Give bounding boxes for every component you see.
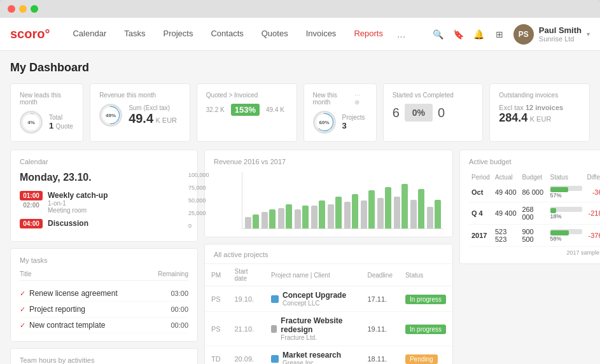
stat-outstanding-label: Outstanding invoices [499, 92, 580, 99]
tasks-title: My tasks [20, 256, 188, 264]
proj1-status: In progress [399, 286, 452, 312]
bar-3-2017 [286, 204, 292, 228]
event1-time: 01:00 [20, 191, 43, 200]
task1-name: Renew license agreement [29, 289, 118, 298]
bar-4-2016 [295, 209, 301, 228]
outstanding-unit: K EUR [530, 115, 552, 123]
proj3-name-cell: Market research Grease Inc. [265, 346, 361, 365]
proj1-client: Concept LLC [283, 300, 346, 307]
bar-4-2017 [302, 206, 309, 228]
task2-name: Project reporting [29, 305, 85, 314]
bar-11-2016 [410, 200, 417, 228]
task2-time: 00:00 [171, 305, 188, 313]
new-month-more[interactable]: ⋯ ⊕ [354, 92, 367, 106]
task1-time: 03:00 [171, 290, 188, 297]
y-label-75k: 75,000 [188, 185, 209, 191]
budget-row-1: Oct 49 400 86 000 57% -36 600 [469, 183, 600, 202]
event1-sub2: Meeting room [48, 207, 188, 214]
calendar-event-2: 04:00 Discussion [20, 219, 188, 228]
task-row-1[interactable]: ✓Renew license agreement 03:00 [20, 286, 188, 302]
proj-col-spacer [345, 264, 361, 286]
budget-note: 2017 sample budget [469, 249, 600, 256]
proj-row-2[interactable]: PS 21.10. Fracture Website redesign Frac… [205, 312, 452, 346]
bar-2-2017 [269, 209, 276, 228]
leads-chart: 4% [20, 111, 43, 134]
nav-items: Calendar Tasks Projects Contacts Quotes … [65, 25, 431, 44]
add-icon[interactable]: ⊞ [493, 28, 506, 41]
y-axis-labels: 100,000 75,000 50,000 25,000 0 [188, 172, 209, 229]
budget-table: Period Actual Budget Status Difference O… [469, 172, 600, 247]
proj2-name-cell: Fracture Website redesign Fracture Ltd. [265, 312, 361, 346]
close-button[interactable] [8, 5, 15, 13]
logo-dot: ° [45, 27, 50, 41]
nav-contacts[interactable]: Contacts [203, 25, 251, 44]
nav-more[interactable]: ... [393, 25, 409, 44]
bar-10-2017 [401, 184, 408, 228]
nav-calendar[interactable]: Calendar [65, 25, 114, 44]
budget3-pct: 58% [550, 235, 562, 242]
stat-outstanding: Outstanding invoices Excl tax 12 invoice… [489, 83, 590, 142]
proj2-start: 21.10. [228, 312, 265, 346]
proj3-status-badge: Pending [405, 354, 438, 364]
proj2-status-badge: In progress [405, 325, 446, 334]
y-label-100k: 100,000 [188, 172, 209, 178]
bar-6-2016 [328, 204, 334, 228]
minimize-button[interactable] [19, 5, 27, 13]
stat-leads: New leads this month 4% Total 1 Quote [10, 83, 83, 142]
proj-row-3[interactable]: TD 20.09. Market research Grease Inc. [205, 346, 452, 365]
task-row-3[interactable]: ✓New contract template 00:00 [20, 318, 188, 333]
nav-tasks[interactable]: Tasks [116, 25, 153, 44]
stat-started: Started vs Completed 6 0% 0 [383, 83, 484, 142]
started-num1: 6 [393, 106, 400, 120]
user-name: Paul Smith [539, 25, 582, 35]
task-row-2[interactable]: ✓Project reporting 00:00 [20, 302, 188, 318]
bookmark-icon[interactable]: 🔖 [452, 28, 465, 41]
team-hours-card: Team hours by activities 6.9% [10, 348, 198, 364]
nav-projects[interactable]: Projects [155, 25, 200, 44]
budget3-period: 2017 [469, 225, 492, 247]
nav-right: 🔍 🔖 🔔 ⊞ PS Paul Smith Sunrise Ltd ▾ [432, 24, 590, 45]
proj1-name: Concept Upgrade [283, 291, 346, 300]
bar-8-2016 [361, 200, 367, 228]
proj-col-name: Project name | Client [265, 264, 345, 286]
y-label-25k: 25,000 [188, 210, 209, 216]
event1-title: Weekly catch-up [48, 191, 188, 200]
proj2-deadline: 19.11. [361, 312, 398, 346]
budget3-bar [550, 230, 569, 235]
bar-1-2016 [245, 217, 251, 228]
budget3-budget: 900 500 [519, 225, 547, 247]
logo[interactable]: scoro° [10, 27, 50, 41]
budget-col-status: Status [548, 172, 585, 183]
budget2-pct: 18% [550, 213, 562, 220]
task1-check-icon: ✓ [20, 290, 25, 297]
nav-quotes[interactable]: Quotes [254, 25, 296, 44]
app-window: scoro° Calendar Tasks Projects Contacts … [0, 0, 600, 364]
budget-col-budget: Budget [519, 172, 547, 183]
proj3-color [271, 355, 279, 363]
tasks-col1: Title [20, 270, 32, 277]
nav-reports[interactable]: Reports [346, 25, 391, 44]
tasks-col2: Remaining [158, 270, 188, 277]
nav-invoices[interactable]: Invoices [298, 25, 344, 44]
stat-revenue-label: Revenue this month [99, 92, 181, 99]
proj1-color [271, 295, 279, 303]
bar-chart [242, 172, 443, 229]
user-area[interactable]: PS Paul Smith Sunrise Ltd ▾ [513, 24, 590, 45]
proj2-pm: PS [205, 312, 228, 346]
col-left: Calendar Monday, 23.10. 01:00 02:00 Week… [10, 150, 198, 364]
search-icon[interactable]: 🔍 [432, 28, 445, 41]
bar-10-2016 [394, 197, 400, 228]
proj-row-1[interactable]: PS 19.10. Concept Upgrade Concept LLC [205, 286, 452, 312]
col-mid: Revenue 2016 vs 2017 100,000 75,000 50,0… [204, 150, 453, 364]
maximize-button[interactable] [31, 5, 38, 13]
notifications-icon[interactable]: 🔔 [473, 28, 485, 41]
outstanding-amount: 284.4 [499, 111, 527, 124]
team-hours-title: Team hours by activities [20, 356, 188, 364]
budget-row-3: 2017 523 523 900 500 58% -376 977 [469, 225, 600, 247]
bar-9-2017 [385, 187, 391, 228]
calendar-card: Calendar Monday, 23.10. 01:00 02:00 Week… [10, 150, 198, 242]
projects-card: All active projects PM Start date Projec… [204, 244, 453, 364]
proj3-deadline: 18.11. [361, 346, 398, 365]
revenue-amount: 49.4 [129, 111, 153, 125]
col-right: Active budget Period Actual Budget Statu… [459, 150, 600, 364]
